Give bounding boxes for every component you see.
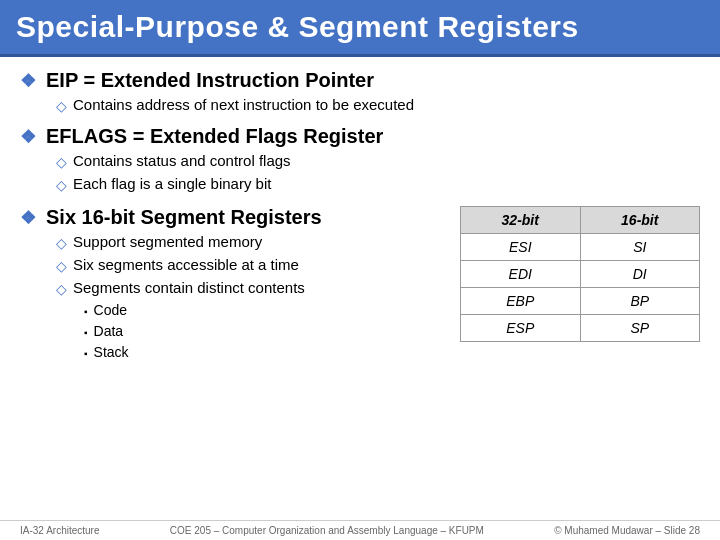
six-subsub-0: ▪ Code bbox=[84, 300, 444, 321]
eip-sub-item-0: ◇ Contains address of next instruction t… bbox=[56, 94, 700, 117]
table-cell-0-1: SI bbox=[580, 234, 700, 261]
sub-diamond-six-2: ◇ bbox=[56, 279, 67, 300]
slide-content: ❖ EIP = Extended Instruction Pointer ◇ C… bbox=[0, 57, 720, 520]
table-row: ESPSP bbox=[461, 315, 700, 342]
eip-title: ❖ EIP = Extended Instruction Pointer bbox=[20, 69, 700, 92]
six-subsub-1: ▪ Data bbox=[84, 321, 444, 342]
table-header-16bit: 16-bit bbox=[580, 207, 700, 234]
eflags-section: ❖ EFLAGS = Extended Flags Register ◇ Con… bbox=[20, 125, 700, 196]
six-section: ❖ Six 16-bit Segment Registers ◇ Support… bbox=[20, 206, 700, 363]
sub-diamond-icon-eflags-0: ◇ bbox=[56, 152, 67, 173]
six-sub-item-2: ◇ Segments contain distinct contents bbox=[56, 277, 444, 300]
six-title: ❖ Six 16-bit Segment Registers bbox=[20, 206, 444, 229]
table-cell-0-0: ESI bbox=[461, 234, 581, 261]
sub-diamond-six-0: ◇ bbox=[56, 233, 67, 254]
table-cell-2-0: EBP bbox=[461, 288, 581, 315]
diamond-icon-eflags: ❖ bbox=[20, 126, 36, 148]
table-cell-1-0: EDI bbox=[461, 261, 581, 288]
footer-right: © Muhamed Mudawar – Slide 28 bbox=[554, 525, 700, 536]
eflags-sub-item-1: ◇ Each flag is a single binary bit bbox=[56, 173, 700, 196]
diamond-icon-eip: ❖ bbox=[20, 70, 36, 92]
register-table: 32-bit 16-bit ESISIEDIDIEBPBPESPSP bbox=[460, 206, 700, 342]
diamond-icon-six: ❖ bbox=[20, 207, 36, 229]
slide-header: Special-Purpose & Segment Registers bbox=[0, 0, 720, 57]
slide: Special-Purpose & Segment Registers ❖ EI… bbox=[0, 0, 720, 540]
sub-diamond-icon-eflags-1: ◇ bbox=[56, 175, 67, 196]
footer-left: IA-32 Architecture bbox=[20, 525, 99, 536]
eflags-title: ❖ EFLAGS = Extended Flags Register bbox=[20, 125, 700, 148]
table-cell-1-1: DI bbox=[580, 261, 700, 288]
six-sub-item-1: ◇ Six segments accessible at a time bbox=[56, 254, 444, 277]
table-cell-3-0: ESP bbox=[461, 315, 581, 342]
table-row: EBPBP bbox=[461, 288, 700, 315]
eip-section: ❖ EIP = Extended Instruction Pointer ◇ C… bbox=[20, 69, 700, 117]
table-cell-3-1: SP bbox=[580, 315, 700, 342]
bullet-square-0: ▪ bbox=[84, 304, 88, 319]
six-subsub-2: ▪ Stack bbox=[84, 342, 444, 363]
six-sub-item-0: ◇ Support segmented memory bbox=[56, 231, 444, 254]
footer-center: COE 205 – Computer Organization and Asse… bbox=[170, 525, 484, 536]
bullet-square-1: ▪ bbox=[84, 325, 88, 340]
six-left: ❖ Six 16-bit Segment Registers ◇ Support… bbox=[20, 206, 444, 363]
table-header-32bit: 32-bit bbox=[461, 207, 581, 234]
table-row: EDIDI bbox=[461, 261, 700, 288]
table-cell-2-1: BP bbox=[580, 288, 700, 315]
table-row: ESISI bbox=[461, 234, 700, 261]
sub-diamond-icon: ◇ bbox=[56, 96, 67, 117]
sub-diamond-six-1: ◇ bbox=[56, 256, 67, 277]
eflags-sub-item-0: ◇ Contains status and control flags bbox=[56, 150, 700, 173]
slide-title: Special-Purpose & Segment Registers bbox=[16, 10, 700, 44]
slide-footer: IA-32 Architecture COE 205 – Computer Or… bbox=[0, 520, 720, 540]
register-table-container: 32-bit 16-bit ESISIEDIDIEBPBPESPSP bbox=[460, 206, 700, 342]
bullet-square-2: ▪ bbox=[84, 346, 88, 361]
